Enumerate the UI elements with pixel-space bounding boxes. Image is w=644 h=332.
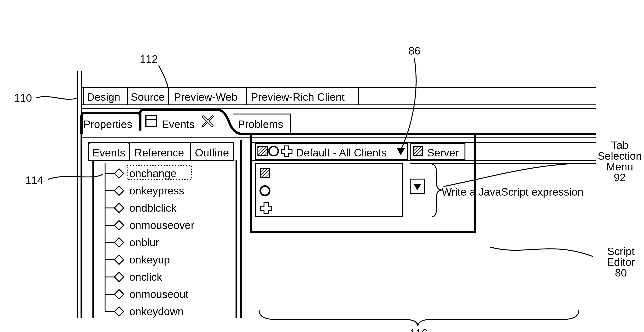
plus-icon [281, 146, 292, 157]
hatched-square-icon [413, 147, 422, 156]
leader-86 [401, 58, 416, 149]
diamond-icon [114, 272, 124, 282]
diamond-icon [114, 307, 124, 316]
client-chooser-popup [256, 163, 403, 217]
chevron-down-icon[interactable] [397, 148, 405, 155]
brace-right-small [432, 164, 442, 217]
tree-branches [105, 169, 124, 316]
diamond-icon [114, 186, 124, 195]
leader-112 [159, 65, 168, 87]
hatched-square-icon [260, 168, 270, 178]
circle-icon [269, 147, 278, 156]
leader-script-editor [490, 247, 593, 256]
brace-bottom-116 [259, 310, 579, 327]
diamond-icon [114, 169, 124, 178]
diamond-icon [114, 238, 124, 247]
leader-114 [48, 174, 103, 179]
hatched-square-icon [258, 147, 267, 156]
leader-tab-selection [444, 163, 588, 186]
tree-selection-box [127, 166, 192, 179]
panel-icon [146, 116, 156, 126]
diamond-icon [114, 221, 124, 230]
close-icon[interactable] [203, 117, 212, 126]
diamond-icon [114, 255, 124, 264]
diamond-icon [114, 290, 124, 299]
diamond-icon [114, 203, 124, 213]
leader-110 [36, 97, 77, 99]
left-tab-events-round [89, 142, 130, 161]
left-tabs-box [89, 142, 234, 161]
midtabs-active-outline [82, 110, 596, 134]
